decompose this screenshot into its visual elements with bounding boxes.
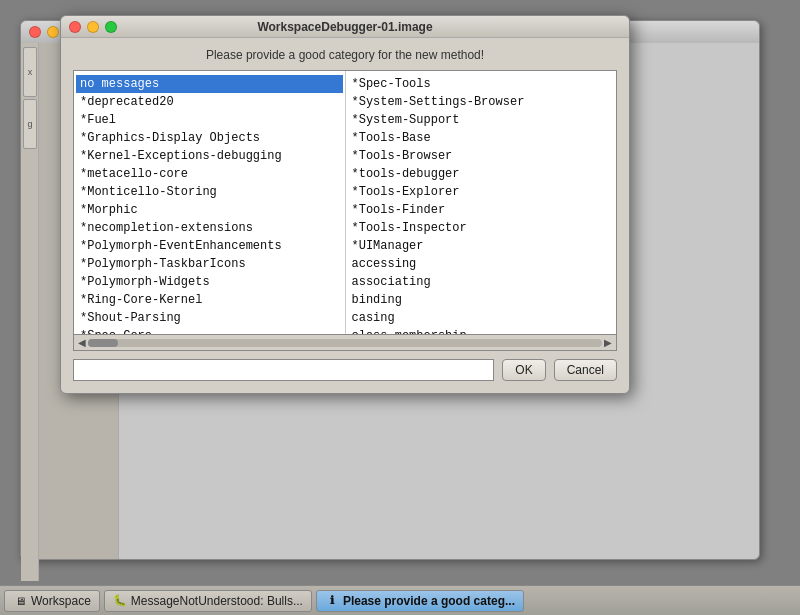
dialog-prompt: Please provide a good category for the n… [73, 48, 617, 62]
list-item[interactable]: *Tools-Finder [348, 201, 615, 219]
dialog-zoom-button[interactable] [105, 21, 117, 33]
list-item[interactable]: binding [348, 291, 615, 309]
category-list-left[interactable]: no messages*deprecated20*Fuel*Graphics-D… [74, 71, 346, 334]
scrollbar-thumb[interactable] [88, 339, 118, 347]
list-item[interactable]: *Ring-Core-Kernel [76, 291, 343, 309]
list-item[interactable]: *necompletion-extensions [76, 219, 343, 237]
dialog-body: Please provide a good category for the n… [61, 38, 629, 393]
list-item[interactable]: *System-Settings-Browser [348, 93, 615, 111]
list-scrollbar[interactable]: ◀ ▶ [73, 335, 617, 351]
bug-icon: 🐛 [113, 594, 127, 608]
workspace-icon: 🖥 [13, 594, 27, 608]
dialog-title: WorkspaceDebugger-01.image [257, 20, 432, 34]
list-item[interactable]: *Spec-Core [76, 327, 343, 334]
scrollbar-track[interactable] [88, 339, 602, 347]
list-item[interactable]: no messages [76, 75, 343, 93]
tab-item-g[interactable]: g [23, 99, 37, 149]
category-list-right[interactable]: *Spec-Tools*System-Settings-Browser*Syst… [346, 71, 617, 334]
list-item[interactable]: casing [348, 309, 615, 327]
list-item[interactable]: *Polymorph-EventEnhancements [76, 237, 343, 255]
taskbar-item-dialog[interactable]: ℹ Please provide a good categ... [316, 590, 524, 612]
list-item[interactable]: *tools-debugger [348, 165, 615, 183]
taskbar-item-debugger[interactable]: 🐛 MessageNotUnderstood: Bulls... [104, 590, 312, 612]
list-item[interactable]: *Tools-Base [348, 129, 615, 147]
list-item[interactable]: *Monticello-Storing [76, 183, 343, 201]
category-input[interactable] [73, 359, 494, 381]
list-item[interactable]: *Fuel [76, 111, 343, 129]
dialog-traffic-lights [69, 21, 117, 33]
list-item[interactable]: *deprecated20 [76, 93, 343, 111]
list-item[interactable]: *Tools-Browser [348, 147, 615, 165]
list-item[interactable]: *Tools-Explorer [348, 183, 615, 201]
list-item[interactable]: associating [348, 273, 615, 291]
list-item[interactable]: *Graphics-Display Objects [76, 129, 343, 147]
category-list-container[interactable]: no messages*deprecated20*Fuel*Graphics-D… [73, 70, 617, 335]
list-item[interactable]: *Polymorph-TaskbarIcons [76, 255, 343, 273]
tab-item-x[interactable]: x [23, 47, 37, 97]
list-item[interactable]: accessing [348, 255, 615, 273]
dialog-close-button[interactable] [69, 21, 81, 33]
dialog-input-row: OK Cancel [73, 359, 617, 381]
list-item[interactable]: *Morphic [76, 201, 343, 219]
dialog-titlebar: WorkspaceDebugger-01.image [61, 16, 629, 38]
taskbar-item-workspace[interactable]: 🖥 Workspace [4, 590, 100, 612]
list-item[interactable]: *Polymorph-Widgets [76, 273, 343, 291]
list-item[interactable]: *Spec-Tools [348, 75, 615, 93]
list-item[interactable]: *Kernel-Exceptions-debugging [76, 147, 343, 165]
taskbar-label-debugger: MessageNotUnderstood: Bulls... [131, 594, 303, 608]
scroll-right-arrow[interactable]: ▶ [602, 337, 614, 348]
taskbar: 🖥 Workspace 🐛 MessageNotUnderstood: Bull… [0, 585, 800, 615]
scroll-left-arrow[interactable]: ◀ [76, 337, 88, 348]
list-item[interactable]: *Tools-Inspector [348, 219, 615, 237]
desktop: x g WorkspaceDebugger-01.image Please pr… [0, 0, 800, 615]
close-button[interactable] [29, 26, 41, 38]
taskbar-label-dialog: Please provide a good categ... [343, 594, 515, 608]
list-item[interactable]: *Shout-Parsing [76, 309, 343, 327]
list-item[interactable]: *System-Support [348, 111, 615, 129]
list-item[interactable]: *UIManager [348, 237, 615, 255]
ok-button[interactable]: OK [502, 359, 545, 381]
category-dialog: WorkspaceDebugger-01.image Please provid… [60, 15, 630, 394]
info-icon: ℹ [325, 594, 339, 608]
dialog-minimize-button[interactable] [87, 21, 99, 33]
list-item[interactable]: class membership [348, 327, 615, 334]
tab-strip: x g [21, 43, 39, 581]
taskbar-label-workspace: Workspace [31, 594, 91, 608]
cancel-button[interactable]: Cancel [554, 359, 617, 381]
minimize-button[interactable] [47, 26, 59, 38]
list-item[interactable]: *metacello-core [76, 165, 343, 183]
